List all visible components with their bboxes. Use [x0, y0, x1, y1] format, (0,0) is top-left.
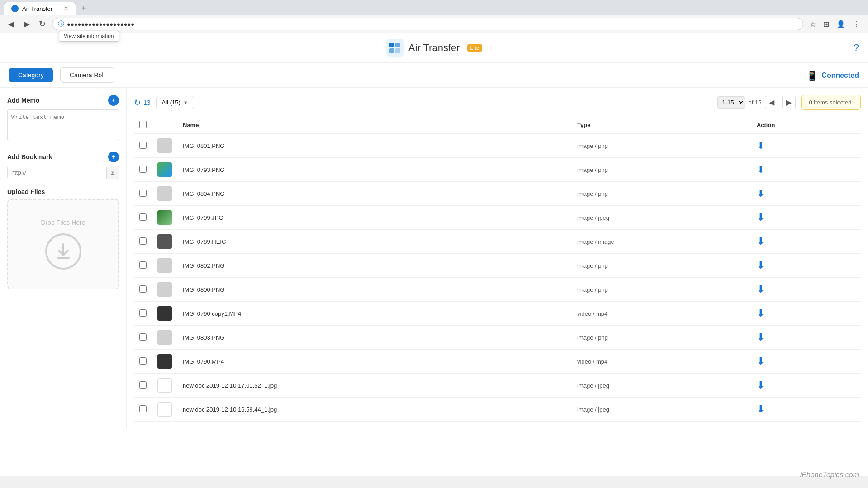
col-thumb	[152, 117, 177, 133]
row-name-cell: IMG_0800.PNG	[177, 278, 572, 302]
col-action: Action	[751, 117, 861, 133]
download-button[interactable]: ⬇	[757, 164, 765, 175]
tab-close-button[interactable]: ✕	[64, 5, 68, 12]
row-checkbox[interactable]	[139, 381, 147, 389]
download-button[interactable]: ⬇	[757, 260, 765, 271]
tab-category[interactable]: Category	[9, 68, 53, 82]
app-title: Air Transfer	[408, 42, 460, 54]
row-checkbox[interactable]	[139, 357, 147, 365]
site-info-tooltip: View site information	[59, 31, 119, 42]
row-type-cell: image / png	[572, 278, 751, 302]
bookmark-add-button[interactable]: +	[108, 152, 119, 162]
table-row: IMG_0804.PNG image / png ⬇	[134, 182, 861, 206]
row-checkbox[interactable]	[139, 142, 147, 149]
row-action-cell: ⬇	[751, 278, 861, 302]
new-tab-button[interactable]: +	[78, 2, 90, 15]
svg-rect-0	[389, 43, 394, 47]
download-button[interactable]: ⬇	[757, 236, 765, 247]
reload-button[interactable]: ↻	[36, 18, 48, 30]
page-range-select[interactable]: 1-15	[717, 96, 745, 109]
next-page-button[interactable]: ▶	[782, 96, 796, 109]
file-thumbnail	[157, 354, 172, 369]
bookmark-input[interactable]	[8, 166, 106, 179]
row-checkbox[interactable]	[139, 405, 147, 412]
row-action-cell: ⬇	[751, 133, 861, 158]
file-name: IMG_0802.PNG	[183, 262, 225, 269]
refresh-button[interactable]: ↻ 13	[134, 98, 151, 108]
forward-button[interactable]: ▶	[21, 18, 33, 30]
download-button[interactable]: ⬇	[757, 355, 765, 367]
download-button[interactable]: ⬇	[757, 403, 765, 415]
download-icon: ⬇	[757, 188, 765, 199]
row-action-cell: ⬇	[751, 326, 861, 350]
prev-page-button[interactable]: ◀	[765, 96, 778, 109]
row-checkbox-cell	[134, 326, 152, 350]
download-button[interactable]: ⬇	[757, 332, 765, 343]
download-button[interactable]: ⬇	[757, 212, 765, 223]
bookmark-header: Add Bookmark +	[7, 152, 119, 162]
upload-dropzone[interactable]: Drop Files Here	[7, 199, 119, 289]
row-checkbox[interactable]	[139, 166, 147, 173]
memo-textarea[interactable]	[7, 109, 119, 141]
row-checkbox[interactable]	[139, 285, 147, 293]
row-checkbox[interactable]	[139, 213, 147, 221]
address-bar[interactable]: ⓘ ●●●●●●●●●●●●●●●●●●●	[52, 18, 803, 30]
upload-section: Upload Files Drop Files Here	[7, 188, 119, 289]
col-type: Type	[572, 117, 751, 133]
table-row: IMG_0799.JPG image / jpeg ⬇	[134, 206, 861, 230]
row-checkbox[interactable]	[139, 237, 147, 245]
menu-button[interactable]: ⋮	[850, 18, 863, 30]
help-button[interactable]: ?	[854, 42, 859, 54]
extensions-button[interactable]: ⊞	[821, 18, 832, 30]
svg-rect-2	[389, 48, 394, 53]
table-row: IMG_0803.PNG image / png ⬇	[134, 326, 861, 350]
nav-tabs-row: Category Camera Roll 📱 Connected	[0, 63, 868, 88]
row-type-cell: image / png	[572, 254, 751, 278]
memo-add-button[interactable]: +	[108, 95, 119, 106]
bookmark-star-button[interactable]: ☆	[807, 18, 819, 30]
table-row: IMG_0802.PNG image / png ⬇	[134, 254, 861, 278]
row-checkbox-cell	[134, 350, 152, 374]
file-type: image / png	[577, 166, 608, 173]
table-row: IMG_0801.PNG image / png ⬇	[134, 133, 861, 158]
row-checkbox[interactable]	[139, 333, 147, 341]
row-type-cell: video / mp4	[572, 302, 751, 326]
download-button[interactable]: ⬇	[757, 188, 765, 199]
row-action-cell: ⬇	[751, 374, 861, 398]
col-name: Name	[177, 117, 572, 133]
filter-button[interactable]: All (15) ▼	[156, 96, 194, 109]
file-area: ↻ 13 All (15) ▼ 1-15 of 15 ◀ ▶ 0 items s…	[127, 88, 868, 429]
download-button[interactable]: ⬇	[757, 379, 765, 391]
download-button[interactable]: ⬇	[757, 308, 765, 319]
file-type: image / png	[577, 262, 608, 269]
file-thumbnail	[157, 162, 172, 177]
file-type: image / png	[577, 142, 608, 149]
download-button[interactable]: ⬇	[757, 140, 765, 152]
file-thumbnail	[157, 258, 172, 273]
file-name: IMG_0793.PNG	[183, 166, 225, 173]
profile-button[interactable]: 👤	[834, 18, 848, 30]
row-type-cell: image / png	[572, 158, 751, 182]
download-icon: ⬇	[757, 355, 765, 367]
main-layout: Add Memo + Add Bookmark + ⊞	[0, 88, 868, 429]
pagination-controls: 1-15 of 15 ◀ ▶	[717, 96, 796, 109]
site-info-icon[interactable]: ⓘ	[58, 20, 64, 28]
row-checkbox[interactable]	[139, 309, 147, 317]
file-table-body: IMG_0801.PNG image / png ⬇ IMG_0793.PNG …	[134, 133, 861, 422]
row-action-cell: ⬇	[751, 254, 861, 278]
row-name-cell: IMG_0802.PNG	[177, 254, 572, 278]
app-logo-svg	[389, 42, 401, 54]
app-logo-icon	[386, 39, 404, 57]
file-name: IMG_0789.HEIC	[183, 238, 226, 245]
tab-camera-roll[interactable]: Camera Roll	[60, 67, 114, 83]
row-checkbox[interactable]	[139, 190, 147, 197]
row-checkbox[interactable]	[139, 261, 147, 269]
row-thumb-cell	[152, 254, 177, 278]
select-all-checkbox[interactable]	[139, 121, 147, 128]
back-button[interactable]: ◀	[5, 18, 17, 30]
active-tab[interactable]: Air Transfer ✕	[4, 2, 76, 15]
bookmark-go-button[interactable]: ⊞	[106, 167, 119, 179]
upload-drop-text: Drop Files Here	[41, 219, 85, 226]
browser-tab-bar: Air Transfer ✕ +	[0, 0, 868, 15]
download-button[interactable]: ⬇	[757, 284, 765, 295]
